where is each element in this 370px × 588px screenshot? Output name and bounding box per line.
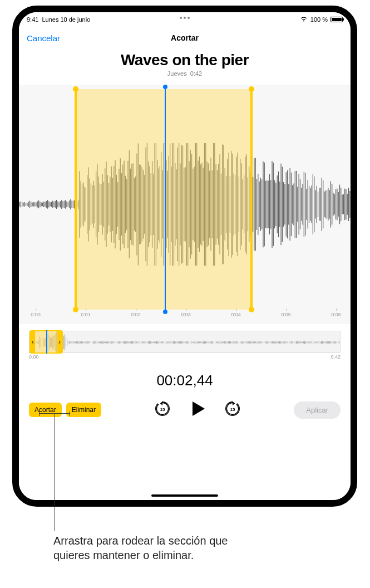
nav-bar: Cancelar Acortar: [19, 27, 351, 49]
overview-handle-right[interactable]: ›: [57, 331, 62, 352]
skip-back-button[interactable]: 15: [155, 401, 170, 419]
waveform-editor[interactable]: 0:00 0:01 0:02 0:03 0:04 0:05 0:06: [19, 85, 351, 324]
transport-controls: 15 15: [106, 399, 289, 420]
screen: 9:41 Lunes 10 de junio 100 % Cancelar Ac…: [19, 12, 351, 500]
controls-row: Acortar Eliminar 15 15 Aplicar: [19, 399, 351, 432]
trim-handle-left[interactable]: [75, 89, 77, 310]
wifi-icon: [300, 16, 308, 23]
home-indicator[interactable]: [151, 494, 218, 497]
overview-waveform: [29, 331, 340, 354]
current-time-display: 00:02,44: [19, 372, 351, 389]
callout-text: Arrastra para rodear la sección que quie…: [53, 533, 254, 562]
delete-button[interactable]: Eliminar: [66, 403, 101, 417]
recording-meta: Jueves 0:42: [19, 70, 351, 77]
trim-button[interactable]: Acortar: [29, 403, 62, 417]
overview-time-labels: 0:00 0:42: [29, 354, 341, 360]
multitask-indicator[interactable]: [175, 17, 195, 19]
trim-selection[interactable]: [75, 89, 253, 310]
status-time: 9:41: [27, 16, 38, 23]
overview-strip[interactable]: ‹ ›: [29, 331, 341, 353]
recording-header: Waves on the pier Jueves 0:42: [19, 49, 351, 85]
status-date: Lunes 10 de junio: [42, 16, 90, 23]
timeline-axis: 0:00 0:01 0:02 0:03 0:04 0:05 0:06: [19, 312, 351, 321]
nav-title: Acortar: [171, 33, 199, 42]
cancel-button[interactable]: Cancelar: [27, 33, 60, 43]
playhead[interactable]: [165, 87, 166, 312]
battery-percent: 100 %: [310, 16, 328, 23]
apply-button[interactable]: Aplicar: [294, 401, 341, 419]
play-button[interactable]: [188, 399, 207, 420]
recording-title: Waves on the pier: [19, 51, 351, 69]
status-bar: 9:41 Lunes 10 de junio 100 %: [19, 12, 351, 27]
svg-text:15: 15: [230, 407, 235, 412]
trim-handle-right[interactable]: [250, 89, 253, 310]
ipad-device-frame: 9:41 Lunes 10 de junio 100 % Cancelar Ac…: [12, 6, 357, 507]
skip-forward-button[interactable]: 15: [225, 401, 240, 419]
callout-leader-line: [55, 413, 55, 531]
overview-handle-left[interactable]: ‹: [31, 331, 35, 352]
overview-playhead[interactable]: [46, 330, 47, 354]
battery-icon: [330, 17, 343, 22]
svg-text:15: 15: [160, 407, 165, 412]
